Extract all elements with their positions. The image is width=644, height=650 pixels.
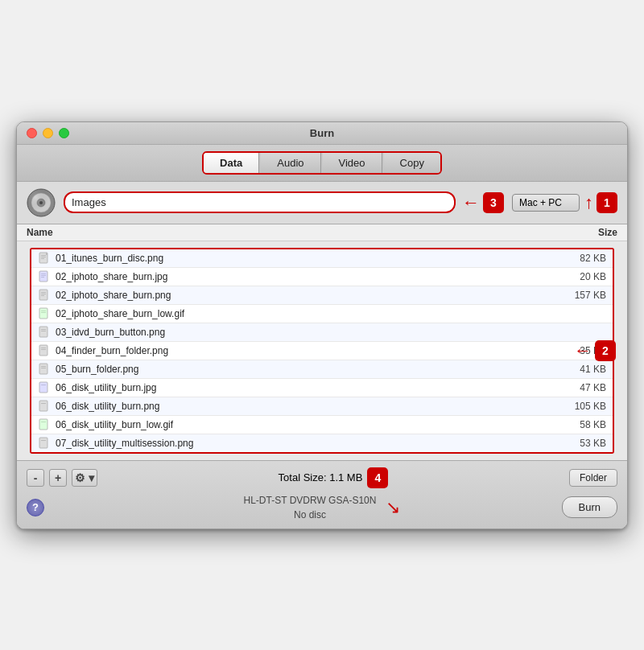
file-icon [38, 252, 51, 265]
svg-rect-25 [41, 348, 46, 348]
svg-rect-33 [41, 403, 46, 404]
table-row[interactable]: 02_iphoto_share_burn.jpg 20 KB [31, 268, 613, 286]
file-icon [38, 381, 51, 394]
drive-line1: HL-DT-ST DVDRW GSA-S10N [244, 493, 377, 508]
table-row[interactable]: 06_disk_utility_burn_low.gif 58 KB [31, 416, 613, 434]
file-name: 06_disk_utility_burn.png [56, 401, 550, 412]
file-icon [38, 270, 51, 283]
svg-rect-19 [41, 311, 46, 311]
file-name: 01_itunes_burn_disc.png [56, 253, 550, 264]
file-size: 157 KB [550, 290, 606, 301]
file-icon [38, 363, 51, 376]
table-row[interactable]: 01_itunes_burn_disc.png 82 KB [31, 249, 613, 268]
table-row[interactable]: 03_idvd_burn_button.png [31, 323, 613, 342]
badge-3: 3 [483, 192, 504, 213]
minimize-button[interactable] [43, 128, 53, 138]
svg-rect-10 [39, 271, 47, 282]
table-row[interactable]: 04_finder_burn_folder.png 35 KB [31, 342, 613, 360]
file-list-header: Name Size [17, 224, 627, 241]
file-list-container: 01_itunes_burn_disc.png 82 KB 02_iphoto_… [17, 241, 627, 460]
close-button[interactable] [27, 128, 37, 138]
toolbar: Data Audio Video Copy [17, 145, 627, 182]
folder-button[interactable]: Folder [569, 469, 617, 487]
file-icon [38, 437, 51, 450]
table-row[interactable]: 02_iphoto_share_burn_low.gif [31, 305, 613, 323]
table-row[interactable]: 06_disk_utility_burn.png 105 KB [31, 397, 613, 416]
annotation-1: ↑ 1 [584, 192, 617, 213]
file-size: 82 KB [550, 253, 606, 264]
file-name: 06_disk_utility_burn_low.gif [56, 419, 550, 430]
maximize-button[interactable] [59, 128, 69, 138]
search-section: ← 3 Mac + PC Mac Only PC Only ↑ 1 [17, 182, 627, 224]
svg-rect-17 [41, 295, 44, 296]
file-list: 01_itunes_burn_disc.png 82 KB 02_iphoto_… [30, 248, 614, 454]
file-icon [38, 344, 51, 357]
arrow-left-icon: ← [462, 194, 480, 212]
file-name: 02_iphoto_share_burn.png [56, 290, 550, 301]
table-row[interactable]: 05_burn_folder.png 41 KB [31, 360, 613, 379]
tab-video[interactable]: Video [323, 153, 382, 173]
svg-rect-35 [41, 422, 46, 422]
file-name: 06_disk_utility_burn.jpg [56, 382, 550, 393]
total-size-label: Total Size: 1.1 MB [279, 471, 363, 483]
burn-button[interactable]: Burn [562, 496, 617, 518]
arrow-right-icon: ↘ [386, 497, 400, 518]
svg-rect-6 [41, 255, 46, 256]
arrow-up-icon: ↑ [584, 194, 593, 212]
svg-rect-15 [41, 292, 46, 293]
svg-rect-26 [41, 349, 46, 350]
drive-line2: No disc [244, 508, 377, 522]
total-size-area: Total Size: 1.1 MB 4 [102, 467, 564, 488]
file-size: 41 KB [550, 364, 606, 375]
burn-arrow-annotation: ↘ [386, 497, 400, 518]
window-title: Burn [310, 127, 334, 139]
add-button[interactable]: + [49, 469, 67, 487]
table-row[interactable]: 06_disk_utility_burn.jpg 47 KB [31, 379, 613, 397]
svg-rect-32 [39, 401, 47, 411]
file-icon [38, 307, 51, 320]
bottom-bar: - + ⚙ ▾ Total Size: 1.1 MB 4 Folder ? HL… [17, 460, 627, 529]
svg-rect-29 [41, 368, 46, 368]
bottom-controls: - + ⚙ ▾ Total Size: 1.1 MB 4 Folder [27, 467, 617, 488]
tab-bar: Data Audio Video Copy [202, 151, 442, 175]
svg-rect-16 [41, 294, 46, 294]
file-icon [38, 326, 51, 339]
search-input[interactable] [64, 191, 456, 213]
gear-button[interactable]: ⚙ ▾ [72, 469, 97, 487]
annotation-3: ← 3 [462, 192, 504, 213]
svg-rect-27 [39, 364, 47, 374]
window-controls [27, 128, 69, 138]
file-name: 04_finder_burn_folder.png [56, 345, 550, 356]
svg-rect-20 [41, 312, 46, 313]
svg-rect-24 [39, 345, 47, 356]
file-icon [38, 418, 51, 431]
annotation-4: 4 [367, 467, 388, 488]
svg-rect-11 [41, 274, 46, 274]
svg-rect-22 [41, 329, 46, 330]
file-icon [38, 400, 51, 413]
svg-rect-28 [41, 366, 46, 367]
tab-audio[interactable]: Audio [261, 153, 320, 173]
table-row[interactable]: 07_disk_utility_multisession.png 53 KB [31, 434, 613, 452]
file-size: 35 KB [550, 345, 606, 356]
badge-1: 1 [597, 192, 617, 213]
disc-icon [27, 188, 56, 217]
drive-info-row: ? HL-DT-ST DVDRW GSA-S10N No disc ↘ Burn [27, 493, 617, 522]
column-name-header: Name [27, 227, 553, 238]
svg-rect-36 [39, 438, 47, 448]
file-name: 02_iphoto_share_burn_low.gif [56, 308, 550, 319]
file-size: 58 KB [550, 419, 606, 430]
tab-copy[interactable]: Copy [384, 153, 440, 173]
svg-rect-30 [39, 382, 47, 393]
remove-button[interactable]: - [27, 469, 44, 487]
svg-rect-31 [41, 385, 46, 385]
svg-rect-13 [41, 277, 44, 278]
file-size: 105 KB [550, 401, 606, 412]
drive-info: HL-DT-ST DVDRW GSA-S10N No disc [244, 493, 377, 522]
format-select[interactable]: Mac + PC Mac Only PC Only [512, 194, 580, 212]
table-row[interactable]: 02_iphoto_share_burn.png 157 KB [31, 286, 613, 305]
svg-rect-7 [41, 257, 46, 257]
file-size: 47 KB [550, 382, 606, 393]
tab-data[interactable]: Data [204, 153, 259, 173]
help-button[interactable]: ? [27, 499, 44, 516]
